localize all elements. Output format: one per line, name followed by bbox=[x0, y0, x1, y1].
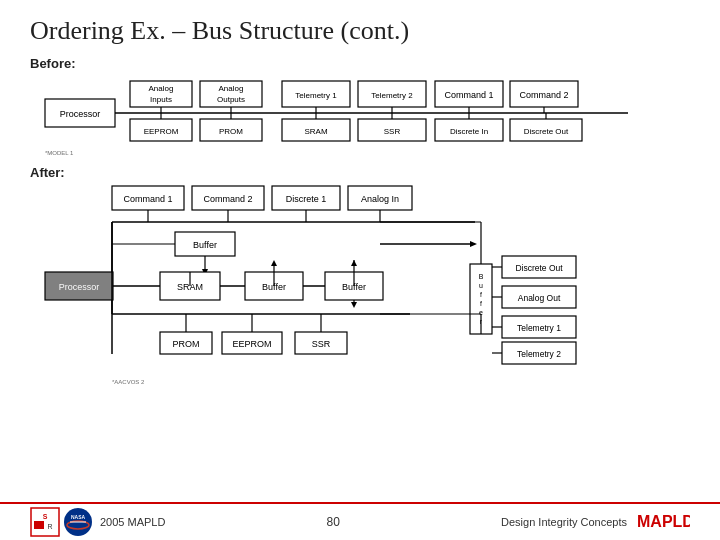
before-diagram: Processor Analog Inputs Analog Outputs T… bbox=[30, 75, 690, 163]
svg-text:Command 2: Command 2 bbox=[203, 194, 252, 204]
svg-text:MAPLD: MAPLD bbox=[637, 513, 690, 530]
svg-text:Processor: Processor bbox=[60, 109, 101, 119]
svg-text:PROM: PROM bbox=[173, 339, 200, 349]
page-title: Ordering Ex. – Bus Structure (cont.) bbox=[30, 16, 690, 46]
svg-text:S: S bbox=[43, 513, 48, 520]
after-label: After: bbox=[30, 165, 690, 180]
svg-text:Analog In: Analog In bbox=[361, 194, 399, 204]
svg-text:EEPROM: EEPROM bbox=[232, 339, 271, 349]
svg-text:Outputs: Outputs bbox=[217, 95, 245, 104]
after-diagram: Command 1 Command 2 Discrete 1 Analog In… bbox=[30, 184, 690, 394]
svg-text:*AACVOS 2: *AACVOS 2 bbox=[112, 379, 145, 385]
footer-left: S R NASA 2005 MAPLD bbox=[30, 507, 165, 537]
svg-text:*MODEL 1: *MODEL 1 bbox=[45, 150, 74, 156]
svg-text:f: f bbox=[480, 300, 482, 307]
footer-year-label: 2005 MAPLD bbox=[100, 516, 165, 528]
svg-text:Telemetry 1: Telemetry 1 bbox=[517, 323, 561, 333]
mapld-logo: MAPLD bbox=[635, 507, 690, 537]
svg-text:Discrete 1: Discrete 1 bbox=[286, 194, 327, 204]
svg-text:Discrete Out: Discrete Out bbox=[515, 263, 563, 273]
svg-text:PROM: PROM bbox=[219, 127, 243, 136]
svg-rect-121 bbox=[34, 521, 44, 529]
svg-text:Telemetry 1: Telemetry 1 bbox=[295, 91, 337, 100]
footer: S R NASA 2005 MAPLD 80 Design Integrity … bbox=[0, 502, 720, 540]
svg-text:Command 1: Command 1 bbox=[444, 90, 493, 100]
svg-text:u: u bbox=[479, 282, 483, 289]
svg-text:Command 1: Command 1 bbox=[123, 194, 172, 204]
svg-marker-63 bbox=[470, 241, 477, 247]
before-label: Before: bbox=[30, 56, 690, 71]
svg-text:Analog: Analog bbox=[149, 84, 174, 93]
svg-text:B: B bbox=[479, 273, 484, 280]
svg-text:Telemetry 2: Telemetry 2 bbox=[371, 91, 413, 100]
svg-text:EEPROM: EEPROM bbox=[144, 127, 179, 136]
svg-text:SSR: SSR bbox=[384, 127, 401, 136]
smr-logo: S R bbox=[30, 507, 60, 537]
svg-text:R: R bbox=[47, 523, 52, 530]
svg-text:Discrete In: Discrete In bbox=[450, 127, 488, 136]
svg-text:Analog: Analog bbox=[219, 84, 244, 93]
svg-text:NASA: NASA bbox=[71, 514, 86, 520]
svg-text:f: f bbox=[480, 291, 482, 298]
svg-text:Command 2: Command 2 bbox=[519, 90, 568, 100]
before-section: Before: Processor Analog Inputs Analog O… bbox=[30, 56, 690, 163]
svg-marker-80 bbox=[351, 302, 357, 308]
svg-text:SRAM: SRAM bbox=[304, 127, 327, 136]
svg-text:Processor: Processor bbox=[59, 282, 100, 292]
footer-page-number: 80 bbox=[327, 515, 340, 529]
svg-text:Inputs: Inputs bbox=[150, 95, 172, 104]
footer-right-text: Design Integrity Concepts bbox=[501, 516, 627, 528]
svg-text:Buffer: Buffer bbox=[193, 240, 217, 250]
nasa-logo: NASA bbox=[64, 508, 92, 536]
svg-text:Analog Out: Analog Out bbox=[518, 293, 561, 303]
after-section: After: Command 1 Command 2 Discrete 1 An… bbox=[30, 165, 690, 394]
svg-text:Discrete Out: Discrete Out bbox=[524, 127, 569, 136]
page: Ordering Ex. – Bus Structure (cont.) Bef… bbox=[0, 0, 720, 540]
svg-text:Telemetry 2: Telemetry 2 bbox=[517, 349, 561, 359]
svg-text:SSR: SSR bbox=[312, 339, 331, 349]
svg-marker-73 bbox=[271, 260, 277, 266]
